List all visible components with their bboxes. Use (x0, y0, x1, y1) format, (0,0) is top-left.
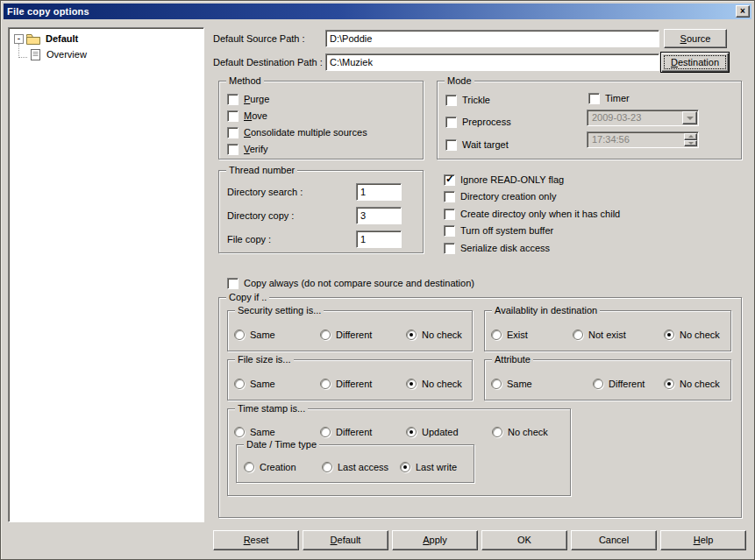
checkbox-box: ✓ (444, 191, 455, 202)
radio-circle (406, 330, 417, 340)
radio-circle (593, 379, 603, 389)
radio-circle (664, 379, 674, 389)
radio-availability-no-check[interactable]: No check (664, 329, 720, 341)
file-copy-options-dialog: File copy options × - Default Overview D… (0, 0, 755, 560)
checkbox-purge[interactable]: ✓ Purge (227, 93, 269, 105)
radio-label: Different (336, 427, 372, 438)
checkbox-verify[interactable]: ✓ Verify (227, 143, 268, 155)
checkbox-copy-always[interactable]: ✓ Copy always (do not compare source and… (227, 277, 474, 289)
radio-filesize-same[interactable]: Same (234, 378, 275, 390)
checkbox-timer[interactable]: ✓ Timer (588, 92, 630, 104)
directory-search-input[interactable] (356, 183, 402, 201)
radio-timestamp-no-check[interactable]: No check (492, 426, 548, 438)
group-title-copy-if: Copy if .. (226, 291, 269, 303)
timer-date-combobox[interactable]: 2009-03-23 (587, 110, 699, 126)
directory-copy-input[interactable] (356, 207, 402, 224)
radio-label: Same (507, 379, 532, 390)
radio-label: No check (508, 427, 548, 438)
checkbox-wait-target[interactable]: ✓ Wait target (445, 138, 509, 151)
radio-attribute-no-check[interactable]: No check (664, 378, 720, 390)
radio-filesize-no-check[interactable]: No check (406, 378, 462, 390)
checkbox-label: Preprocess (462, 117, 511, 128)
timer-time-value: 17:34:56 (588, 133, 684, 146)
collapse-glyph: - (18, 35, 20, 42)
checkbox-box: ✓ (227, 144, 239, 155)
group-title-mode: Mode (445, 74, 474, 87)
checkbox-label: Serialize disk access (460, 243, 550, 254)
checkbox-serialize-disk-access[interactable]: ✓ Serialize disk access (444, 242, 550, 254)
radio-security-no-check[interactable]: No check (406, 329, 462, 341)
radio-label: Exist (507, 330, 528, 341)
checkbox-box: ✓ (444, 225, 455, 237)
button-label: Cancel (599, 535, 629, 546)
checkbox-directory-creation-only[interactable]: ✓ Directory creation only (444, 190, 556, 202)
radio-timestamp-updated[interactable]: Updated (406, 426, 459, 438)
source-path-input[interactable] (325, 30, 659, 47)
destination-button[interactable]: Destination (660, 52, 730, 73)
radio-security-different[interactable]: Different (320, 329, 372, 341)
radio-timestamp-same[interactable]: Same (234, 426, 275, 438)
close-icon: × (740, 7, 745, 16)
checkbox-box: ✓ (445, 139, 457, 151)
default-button[interactable]: Default (303, 530, 388, 550)
reset-button[interactable]: Reset (213, 530, 299, 550)
chevron-up-icon (688, 135, 694, 138)
cancel-button[interactable]: Cancel (571, 530, 657, 550)
radio-label: Last write (416, 462, 457, 473)
tree-item-label: Overview (45, 47, 89, 61)
radio-datetime-last-write[interactable]: Last write (400, 461, 457, 473)
dropdown-button[interactable] (682, 111, 697, 124)
apply-button[interactable]: Apply (392, 530, 478, 550)
radio-dot (410, 382, 413, 386)
button-label: OK (517, 535, 531, 546)
radio-attribute-same[interactable]: Same (491, 378, 532, 390)
tree-item-default[interactable]: - Default (12, 31, 203, 46)
checkbox-move[interactable]: ✓ Move (227, 110, 267, 122)
group-title-method: Method (226, 74, 264, 87)
destination-button-label: Destination (671, 57, 719, 68)
checkbox-ignore-readonly-flag[interactable]: ✓ Ignore READ-ONLY flag (444, 174, 564, 186)
spin-up-button[interactable] (684, 133, 697, 140)
radio-datetime-creation[interactable]: Creation (244, 461, 296, 473)
destination-path-input[interactable] (325, 53, 659, 71)
source-button[interactable]: Source (664, 29, 727, 48)
checkbox-box: ✓ (227, 127, 239, 138)
tree-item-overview[interactable]: Overview (12, 46, 203, 62)
checkbox-box: ✓ (588, 93, 600, 104)
spin-down-button[interactable] (684, 140, 697, 147)
radio-timestamp-different[interactable]: Different (320, 426, 372, 438)
footer-button-bar: Reset Default Apply OK Cancel Help (213, 530, 746, 550)
checkbox-turn-off-system-buffer[interactable]: ✓ Turn off system buffer (444, 224, 553, 237)
ok-button[interactable]: OK (481, 530, 567, 550)
group-title-thread-number: Thread number (226, 164, 297, 176)
radio-filesize-different[interactable]: Different (320, 378, 372, 390)
file-copy-label: File copy : (227, 233, 271, 245)
timer-time-spinner[interactable]: 17:34:56 (587, 131, 699, 148)
radio-availability-exist[interactable]: Exist (491, 329, 528, 341)
radio-circle (400, 462, 410, 472)
help-button[interactable]: Help (660, 530, 746, 550)
radio-availability-not-exist[interactable]: Not exist (573, 329, 626, 341)
group-title-security-setting: Security setting is... (235, 304, 324, 316)
radio-security-same[interactable]: Same (234, 329, 275, 341)
checkbox-label: Turn off system buffer (460, 225, 553, 237)
checkbox-create-directory-only-when-child[interactable]: ✓ Create directoy only when it has child (444, 208, 620, 220)
check-icon: ✓ (445, 173, 454, 185)
radio-datetime-last-access[interactable]: Last access (322, 461, 388, 473)
radio-circle (234, 379, 245, 389)
tree-connector (18, 44, 27, 58)
checkbox-box: ✓ (227, 94, 239, 105)
checkbox-trickle[interactable]: ✓ Trickle (445, 94, 490, 106)
tree-panel: - Default Overview (8, 27, 204, 522)
tree-expander-icon[interactable]: - (14, 34, 24, 44)
file-copy-input[interactable] (356, 230, 402, 248)
checkbox-consolidate-multiple-sources[interactable]: ✓ Consolidate multiple sources (227, 126, 367, 138)
destination-path-label: Default Destination Path : (213, 56, 323, 68)
checkbox-label: Purge (244, 94, 269, 105)
radio-dot (667, 333, 671, 337)
checkbox-preprocess[interactable]: ✓ Preprocess (445, 116, 511, 128)
radio-attribute-different[interactable]: Different (593, 378, 645, 390)
checkbox-box: ✓ (227, 110, 239, 122)
close-button[interactable]: × (736, 5, 750, 18)
radio-circle (320, 427, 331, 437)
